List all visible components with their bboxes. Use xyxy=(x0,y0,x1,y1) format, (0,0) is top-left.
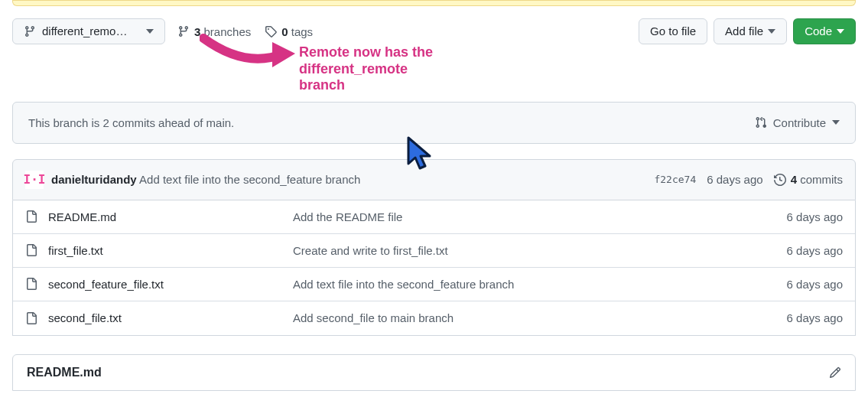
go-to-file-label: Go to file xyxy=(650,24,696,39)
add-file-button[interactable]: Add file xyxy=(714,18,787,44)
commit-summary: danielturidandy Add text file into the s… xyxy=(51,173,360,186)
flash-banner xyxy=(12,0,856,6)
commit-sha[interactable]: f22ce74 xyxy=(654,174,696,185)
file-row: README.mdAdd the README file6 days ago xyxy=(13,200,855,234)
action-buttons: Go to file Add file Code xyxy=(639,18,856,44)
file-commit-msg[interactable]: Add second_file to main branch xyxy=(293,311,454,324)
code-label: Code xyxy=(805,24,832,39)
code-button[interactable]: Code xyxy=(793,18,856,44)
ahead-text: This branch is 2 commits ahead of main. xyxy=(28,116,234,129)
file-time: 6 days ago xyxy=(736,311,843,324)
file-icon xyxy=(25,244,37,256)
file-name-link[interactable]: README.md xyxy=(48,210,116,223)
file-commit-msg[interactable]: Add the README file xyxy=(293,210,402,223)
branch-name-label: different_remo… xyxy=(42,24,141,39)
file-name-link[interactable]: second_file.txt xyxy=(48,311,122,324)
annotation-line-3: branch xyxy=(299,77,856,94)
commits-label: commits xyxy=(800,173,843,186)
repo-nav-row: different_remo… 3 branches 0 tags Go to … xyxy=(12,18,856,44)
edit-readme-button[interactable] xyxy=(829,366,841,379)
contribute-button[interactable]: Contribute xyxy=(755,116,840,129)
annotation-line-2: different_remote xyxy=(299,61,856,78)
readme-header: README.md xyxy=(12,354,856,391)
file-icon xyxy=(25,312,37,324)
mouse-cursor-icon xyxy=(405,136,436,173)
file-icon xyxy=(25,278,37,290)
contribute-label: Contribute xyxy=(773,116,826,129)
branch-select-button[interactable]: different_remo… xyxy=(12,18,165,44)
file-list: README.mdAdd the README file6 days agofi… xyxy=(12,200,856,336)
readme-title: README.md xyxy=(27,366,102,379)
commit-author[interactable]: danielturidandy xyxy=(51,173,137,186)
file-time: 6 days ago xyxy=(736,244,843,257)
file-row: second_feature_file.txtAdd text file int… xyxy=(13,268,855,301)
add-file-label: Add file xyxy=(725,24,763,39)
annotation-callout: Remote now has the different_remote bran… xyxy=(299,44,856,94)
go-to-file-button[interactable]: Go to file xyxy=(639,18,707,44)
avatar[interactable]: I·I xyxy=(25,171,44,189)
pull-request-icon xyxy=(755,116,767,129)
file-time: 6 days ago xyxy=(736,278,843,291)
file-name-link[interactable]: first_file.txt xyxy=(48,244,103,257)
caret-down-icon xyxy=(832,120,840,125)
branch-icon xyxy=(24,25,36,37)
file-row: second_file.txtAdd second_file to main b… xyxy=(13,301,855,335)
commit-meta: f22ce74 6 days ago 4 commits xyxy=(654,173,843,186)
caret-down-icon xyxy=(146,29,154,34)
file-name-link[interactable]: second_feature_file.txt xyxy=(48,278,164,291)
caret-down-icon xyxy=(837,29,844,34)
commits-number: 4 xyxy=(791,173,797,186)
annotation-line-1: Remote now has the xyxy=(299,44,856,61)
caret-down-icon xyxy=(768,29,775,34)
history-icon xyxy=(774,174,786,186)
file-row: first_file.txtCreate and write to first_… xyxy=(13,234,855,268)
annotation-arrow-icon xyxy=(200,23,299,77)
pencil-icon xyxy=(829,366,841,379)
file-time: 6 days ago xyxy=(736,210,843,223)
file-icon xyxy=(25,210,37,223)
branch-icon xyxy=(177,25,190,37)
commit-time: 6 days ago xyxy=(707,173,762,186)
commit-message[interactable]: Add text file into the second_feature br… xyxy=(139,173,360,186)
commits-link[interactable]: 4 commits xyxy=(774,173,843,186)
file-commit-msg[interactable]: Add text file into the second_feature br… xyxy=(293,278,514,291)
file-commit-msg[interactable]: Create and write to first_file.txt xyxy=(293,244,448,257)
